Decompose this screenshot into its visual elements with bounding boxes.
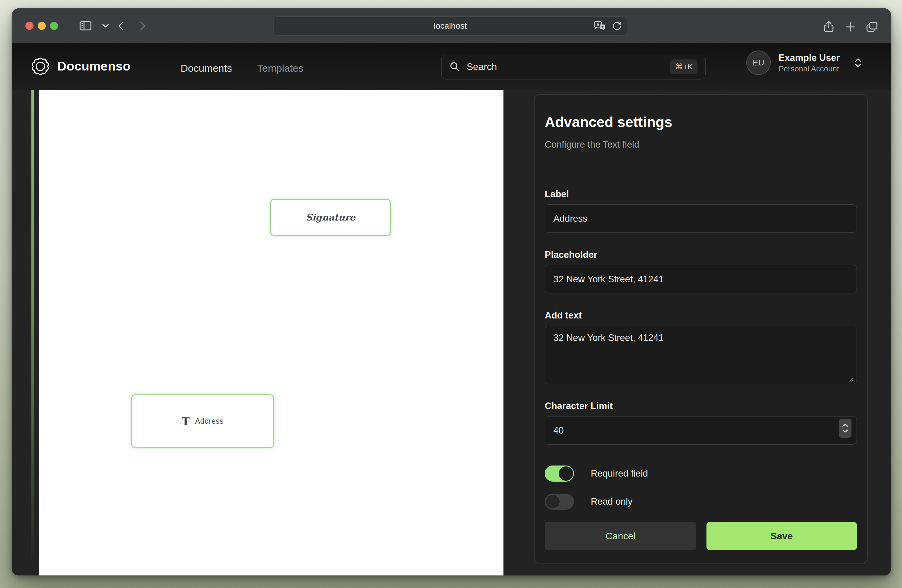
window-zoom-button[interactable]	[50, 22, 58, 30]
save-button[interactable]: Save	[706, 522, 857, 550]
signature-field[interactable]: Signature	[270, 199, 391, 236]
read-only-label: Read only	[591, 496, 633, 507]
add-text-field-label: Add text	[545, 310, 857, 321]
label-field-label: Label	[545, 189, 857, 200]
main-content: Signature T Address Advanced settings Co…	[12, 90, 891, 575]
app-header: Documenso Documents Templates Search ⌘+K…	[12, 44, 891, 90]
add-text-textarea[interactable]: 32 New York Street, 41241	[545, 326, 857, 384]
read-only-toggle[interactable]	[545, 494, 574, 510]
signature-field-label: Signature	[306, 212, 355, 223]
number-stepper[interactable]	[839, 419, 852, 438]
sidebar-chevron-down-icon[interactable]	[102, 23, 110, 28]
placeholder-field-label: Placeholder	[545, 249, 857, 260]
reload-icon[interactable]	[611, 20, 622, 32]
character-limit-input[interactable]	[545, 416, 857, 444]
user-menu[interactable]: EU Example User Personal Account	[746, 50, 863, 75]
svg-text:A: A	[597, 22, 600, 27]
panel-divider	[545, 163, 857, 163]
tab-overview-icon[interactable]	[866, 21, 879, 33]
search-shortcut-badge: ⌘+K	[670, 59, 697, 74]
cancel-button-label: Cancel	[606, 531, 636, 542]
svg-text:★: ★	[601, 25, 604, 29]
translate-icon[interactable]: A ★	[594, 20, 607, 32]
avatar-initials: EU	[753, 58, 764, 67]
brand[interactable]: Documenso	[31, 57, 131, 76]
placeholder-input[interactable]	[545, 265, 857, 293]
user-account-type: Personal Account	[778, 64, 840, 74]
active-page-indicator	[31, 90, 34, 568]
user-name: Example User	[778, 52, 840, 64]
browser-toolbar: localhost A ★	[12, 8, 891, 44]
panel-title: Advanced settings	[545, 114, 857, 131]
save-button-label: Save	[770, 531, 793, 542]
toggle-knob	[559, 466, 573, 481]
text-field-label: Address	[195, 416, 223, 426]
toolbar-divider	[98, 18, 99, 33]
text-field-address[interactable]: T Address	[131, 394, 274, 448]
new-tab-icon[interactable]	[845, 22, 856, 32]
nav-templates[interactable]: Templates	[257, 63, 304, 74]
label-input[interactable]	[545, 204, 857, 233]
document-page[interactable]: Signature T Address	[39, 90, 503, 575]
character-limit-field-label: Character Limit	[545, 401, 857, 411]
nav-documents[interactable]: Documents	[180, 63, 232, 74]
text-field-icon: T	[182, 415, 189, 428]
search-input[interactable]: Search ⌘+K	[441, 54, 706, 80]
advanced-settings-panel: Advanced settings Configure the Text fie…	[534, 94, 868, 563]
address-bar[interactable]: localhost A ★	[273, 16, 627, 36]
sidebar-toggle-icon[interactable]	[79, 20, 92, 32]
avatar: EU	[746, 50, 771, 75]
forward-button-icon[interactable]	[139, 21, 147, 31]
toggle-knob	[546, 494, 560, 509]
brand-name: Documenso	[57, 59, 131, 74]
search-placeholder: Search	[467, 61, 497, 72]
panel-subtitle: Configure the Text field	[545, 139, 857, 150]
required-field-label: Required field	[591, 468, 648, 479]
documenso-logo-icon	[31, 57, 50, 76]
back-button-icon[interactable]	[117, 21, 125, 31]
cancel-button[interactable]: Cancel	[545, 522, 696, 550]
chevron-up-down-icon	[853, 57, 863, 68]
search-icon	[449, 61, 460, 72]
required-field-toggle[interactable]	[545, 466, 574, 482]
share-icon[interactable]	[823, 20, 835, 33]
window-close-button[interactable]	[25, 22, 33, 30]
resize-handle-icon[interactable]	[849, 377, 854, 382]
url-text: localhost	[434, 21, 467, 31]
window-minimize-button[interactable]	[38, 22, 46, 30]
browser-window: localhost A ★	[12, 8, 891, 575]
